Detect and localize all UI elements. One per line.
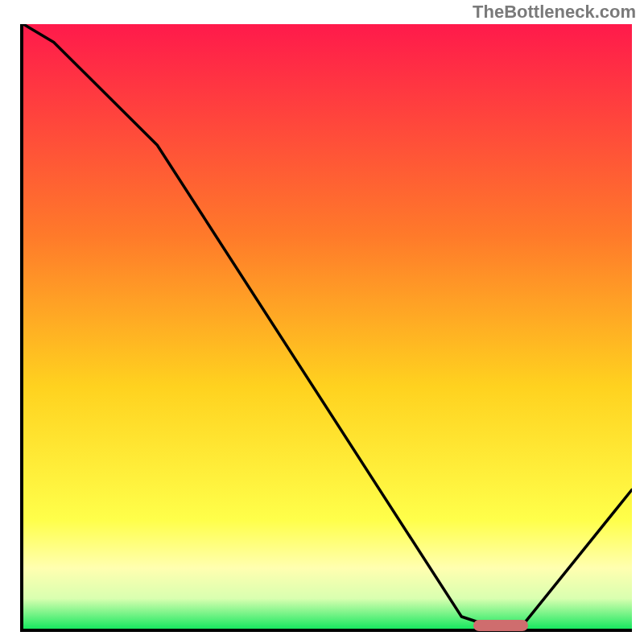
optimal-marker (473, 620, 528, 631)
attribution-text: TheBottleneck.com (473, 2, 636, 23)
curve-line (23, 24, 632, 629)
chart-container: TheBottleneck.com (0, 0, 644, 644)
plot-area (20, 24, 632, 632)
